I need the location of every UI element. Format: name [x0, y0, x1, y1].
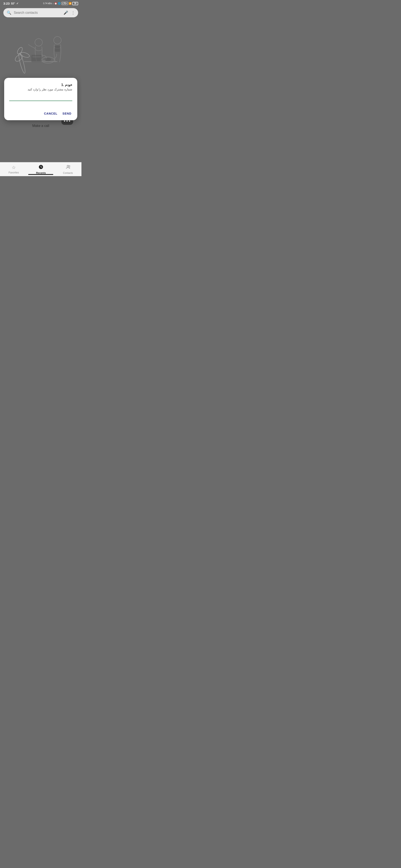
- svg-point-10: [45, 58, 51, 61]
- microphone-icon[interactable]: 🎤: [63, 10, 68, 15]
- favorites-icon: ☆: [12, 165, 16, 170]
- globe-icon: 🌐: [58, 2, 61, 5]
- search-bar-container: 🔍 🎤 ⋮: [0, 6, 82, 20]
- cancel-button[interactable]: CANCEL: [43, 110, 58, 117]
- dialog-actions: CANCEL SEND: [9, 110, 72, 117]
- search-bar[interactable]: 🔍 🎤 ⋮: [3, 8, 78, 17]
- favorites-label: Favorites: [8, 171, 19, 174]
- nav-item-favorites[interactable]: ☆ Favorites: [8, 165, 19, 174]
- svg-rect-12: [32, 56, 41, 58]
- battery-indicator: 38: [72, 2, 78, 5]
- status-left: 3:23 32° ✓: [3, 2, 19, 5]
- send-button[interactable]: SEND: [62, 110, 72, 117]
- status-bar: 3:23 32° ✓ 0.74 kB/s ↑ ⏰ 🌐 LTE+ 📶 38: [0, 0, 82, 6]
- carrier-icon: ✓: [16, 2, 19, 5]
- dialog-subtitle: شماره مشترک مورد نظر را وارد کنید: [9, 88, 72, 91]
- svg-point-6: [54, 36, 61, 44]
- phone-input-wrapper[interactable]: [9, 95, 72, 106]
- status-temperature: 32°: [11, 2, 15, 5]
- dialog-overlay: خودم .1 شماره مشترک مورد نظر را وارد کنی…: [0, 78, 82, 120]
- svg-point-14: [67, 165, 69, 167]
- dialog-title: خودم .1: [9, 83, 72, 87]
- svg-point-5: [35, 39, 42, 46]
- svg-point-3: [16, 46, 23, 55]
- contacts-label: Contacts: [63, 172, 73, 175]
- status-time: 3:23: [3, 2, 9, 5]
- home-indicator: [28, 174, 53, 175]
- svg-point-0: [18, 53, 26, 74]
- illustration-svg: [11, 26, 70, 76]
- contacts-icon: [65, 164, 70, 171]
- alarm-icon: ⏰: [54, 2, 57, 5]
- upload-icon: ↑: [53, 2, 54, 5]
- illustration-area: [0, 20, 82, 78]
- svg-rect-7: [55, 45, 60, 52]
- lte-badge: LTE+: [61, 2, 68, 5]
- recents-icon: [38, 164, 44, 171]
- more-options-icon[interactable]: ⋮: [71, 10, 75, 15]
- dialog: خودم .1 شماره مشترک مورد نظر را وارد کنی…: [4, 78, 77, 120]
- search-input[interactable]: [14, 11, 61, 14]
- status-right: 0.74 kB/s ↑ ⏰ 🌐 LTE+ 📶 38: [43, 2, 78, 5]
- search-actions: 🎤 ⋮: [63, 10, 75, 15]
- signal-bars: 📶: [69, 2, 71, 5]
- data-speed: 0.74 kB/s: [43, 2, 52, 5]
- phone-number-input[interactable]: [9, 95, 72, 101]
- nav-item-contacts[interactable]: Contacts: [63, 164, 73, 175]
- nav-item-recents[interactable]: Recents: [36, 164, 46, 175]
- search-icon: 🔍: [7, 10, 11, 15]
